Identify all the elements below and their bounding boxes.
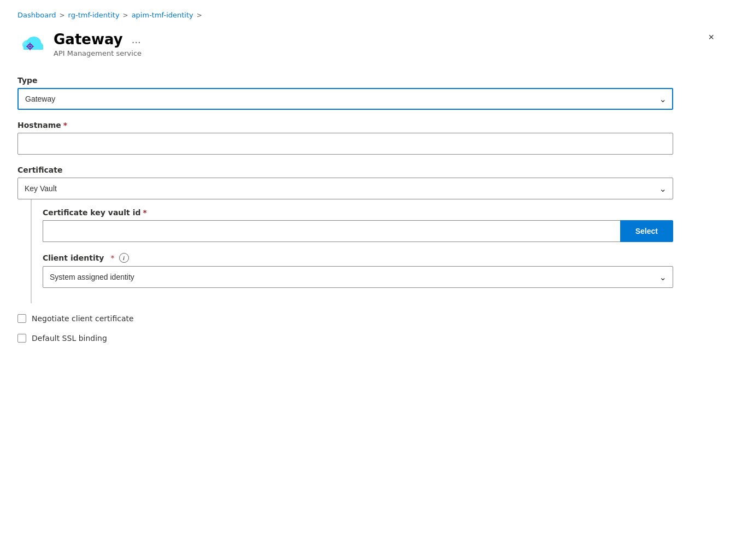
header-left: Gateway ... API Management service	[17, 30, 144, 58]
cert-keyvault-required-marker: *	[143, 208, 147, 217]
close-button[interactable]: ×	[704, 30, 719, 44]
default-ssl-row: Default SSL binding	[17, 334, 673, 343]
negotiate-cert-label[interactable]: Negotiate client certificate	[32, 314, 134, 323]
client-identity-group: Client identity * i System assigned iden…	[43, 253, 673, 288]
cert-keyvault-id-label: Certificate key vault id*	[43, 208, 673, 217]
certificate-select-wrapper: Key Vault Custom ⌄	[17, 178, 673, 199]
service-icon	[17, 30, 46, 58]
breadcrumb-sep-2: >	[123, 11, 128, 19]
page-subtitle: API Management service	[54, 49, 144, 57]
client-identity-label: Client identity	[43, 254, 104, 262]
client-identity-select[interactable]: System assigned identity User assigned i…	[43, 266, 673, 288]
certificate-label: Certificate	[17, 166, 673, 174]
certificate-field-group: Certificate Key Vault Custom ⌄ Certifica…	[17, 166, 673, 303]
certificate-select[interactable]: Key Vault Custom	[17, 178, 673, 199]
default-ssl-checkbox[interactable]	[17, 334, 26, 343]
type-select-wrapper: Gateway Custom Default ⌄	[17, 88, 673, 110]
type-field-group: Type Gateway Custom Default ⌄	[17, 76, 673, 110]
certificate-keyvault-section: Certificate key vault id* Select Client …	[31, 199, 673, 303]
breadcrumb: Dashboard > rg-tmf-identity > apim-tmf-i…	[17, 11, 719, 19]
svg-rect-3	[23, 45, 43, 50]
select-button[interactable]: Select	[620, 220, 673, 242]
breadcrumb-sep-3: >	[197, 11, 202, 19]
type-label: Type	[17, 76, 673, 85]
page-container: Dashboard > rg-tmf-identity > apim-tmf-i…	[0, 0, 736, 560]
breadcrumb-sep-1: >	[60, 11, 65, 19]
hostname-input[interactable]	[17, 133, 673, 155]
breadcrumb-apim[interactable]: apim-tmf-identity	[132, 11, 193, 19]
type-select[interactable]: Gateway Custom Default	[17, 88, 673, 110]
negotiate-cert-row: Negotiate client certificate	[17, 314, 673, 323]
form-container: Type Gateway Custom Default ⌄ Hostname* …	[17, 76, 673, 343]
cert-keyvault-id-row: Select	[43, 220, 673, 242]
negotiate-cert-checkbox[interactable]	[17, 314, 26, 323]
client-identity-info-icon[interactable]: i	[119, 253, 129, 263]
hostname-label: Hostname*	[17, 121, 673, 129]
default-ssl-label[interactable]: Default SSL binding	[32, 334, 107, 343]
cert-keyvault-id-input[interactable]	[43, 220, 620, 242]
cert-keyvault-id-group: Certificate key vault id* Select	[43, 208, 673, 242]
page-title: Gateway	[54, 31, 123, 48]
header-text: Gateway ... API Management service	[54, 31, 144, 57]
header-title-row: Gateway ...	[54, 31, 144, 48]
client-identity-label-row: Client identity * i	[43, 253, 673, 263]
breadcrumb-dashboard[interactable]: Dashboard	[17, 11, 56, 19]
client-identity-required-marker: *	[111, 254, 115, 262]
page-header: Gateway ... API Management service ×	[17, 30, 719, 58]
client-identity-select-wrapper: System assigned identity User assigned i…	[43, 266, 673, 288]
breadcrumb-rg[interactable]: rg-tmf-identity	[68, 11, 120, 19]
hostname-field-group: Hostname*	[17, 121, 673, 155]
more-options-button[interactable]: ...	[128, 33, 144, 46]
svg-point-9	[29, 45, 31, 48]
hostname-required-marker: *	[63, 121, 67, 129]
